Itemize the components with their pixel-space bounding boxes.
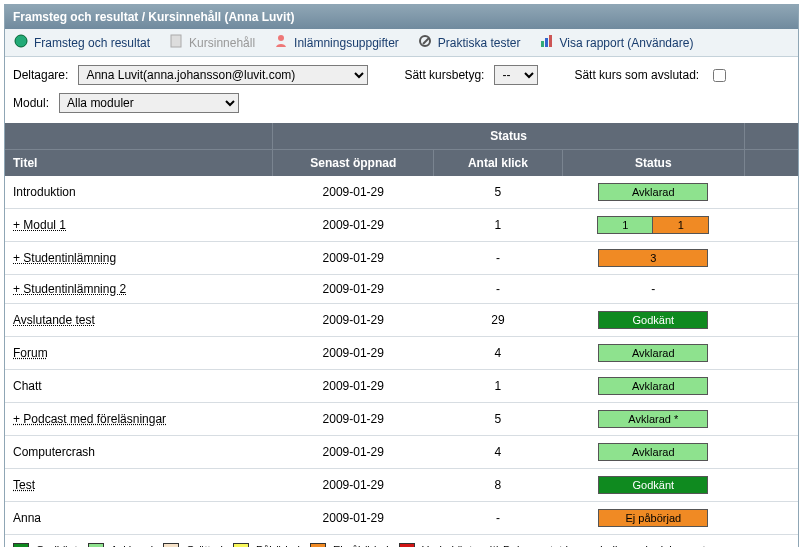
status-badge: Avklarad	[598, 183, 708, 201]
row-title: Computercrash	[13, 445, 95, 459]
table-row: + Podcast med föreläsningar2009-01-295Av…	[5, 403, 798, 436]
toolbar-progress[interactable]: Framsteg och resultat	[13, 33, 150, 52]
row-status-cell: 3	[562, 242, 744, 275]
row-clicks: 4	[434, 337, 563, 370]
svg-point-2	[278, 35, 284, 41]
svg-rect-6	[549, 35, 552, 47]
table-row: Chatt2009-01-291Avklarad	[5, 370, 798, 403]
participant-select[interactable]: Anna Luvit(anna.johansson@luvit.com)	[78, 65, 368, 85]
module-label: Modul:	[13, 96, 49, 110]
filter-row-2: Modul: Alla moduler	[5, 93, 798, 121]
toolbar-submissions-icon	[273, 33, 289, 52]
row-status-cell: Avklarad *	[562, 403, 744, 436]
col-header-blank	[5, 123, 273, 150]
row-opened: 2009-01-29	[273, 370, 434, 403]
legend-item: Underkänt	[399, 543, 473, 547]
table-row: + Studentinlämning2009-01-29-3	[5, 242, 798, 275]
toolbar-progress-label: Framsteg och resultat	[34, 36, 150, 50]
table-row: Anna2009-01-29-Ej påbörjad	[5, 502, 798, 535]
row-status-cell: Godkänt	[562, 469, 744, 502]
row-title[interactable]: Forum	[13, 346, 48, 360]
toolbar-tests[interactable]: Praktiska tester	[417, 33, 521, 52]
panel-title: Framsteg och resultat / Kursinnehåll (An…	[5, 5, 798, 29]
row-opened: 2009-01-29	[273, 469, 434, 502]
row-title[interactable]: + Modul 1	[13, 218, 66, 232]
legend-swatch	[310, 543, 326, 547]
col-header-clicks: Antal klick	[434, 150, 563, 177]
filter-row-1: Deltagare: Anna Luvit(anna.johansson@luv…	[5, 57, 798, 93]
toolbar-content: Kursinnehåll	[168, 33, 255, 52]
status-badge: Avklarad *	[598, 410, 708, 428]
svg-rect-1	[171, 35, 181, 47]
status-badge: Avklarad	[598, 377, 708, 395]
row-opened: 2009-01-29	[273, 502, 434, 535]
row-opened: 2009-01-29	[273, 304, 434, 337]
module-select[interactable]: Alla moduler	[59, 93, 239, 113]
grade-select[interactable]: --	[494, 65, 538, 85]
legend-swatch	[13, 543, 29, 547]
row-title[interactable]: Avslutande test	[13, 313, 95, 327]
row-title[interactable]: + Studentinlämning 2	[13, 282, 126, 296]
status-badge: Avklarad	[598, 443, 708, 461]
row-title[interactable]: + Podcast med föreläsningar	[13, 412, 166, 426]
row-clicks: 5	[434, 403, 563, 436]
toolbar-submissions-label: Inlämningsuppgifter	[294, 36, 399, 50]
row-clicks: 1	[434, 370, 563, 403]
status-split: 11	[597, 216, 709, 234]
row-opened: 2009-01-29	[273, 176, 434, 209]
toolbar-tests-icon	[417, 33, 433, 52]
row-status-cell: Ej påbörjad	[562, 502, 744, 535]
toolbar-report[interactable]: Visa rapport (Användare)	[539, 33, 694, 52]
row-clicks: 29	[434, 304, 563, 337]
table-row: + Studentinlämning 22009-01-29--	[5, 275, 798, 304]
row-opened: 2009-01-29	[273, 436, 434, 469]
col-header-status: Status	[562, 150, 744, 177]
row-status-cell: Godkänt	[562, 304, 744, 337]
row-title[interactable]: Test	[13, 478, 35, 492]
toolbar: Framsteg och resultatKursinnehållInlämni…	[5, 29, 798, 57]
row-status-cell: Avklarad	[562, 436, 744, 469]
table-row: + Modul 12009-01-29111	[5, 209, 798, 242]
row-clicks: 1	[434, 209, 563, 242]
row-status-cell: Avklarad	[562, 176, 744, 209]
row-title[interactable]: + Studentinlämning	[13, 251, 116, 265]
legend: GodkäntAvklaradOrättadPåbörjadEj påbörja…	[5, 535, 798, 547]
toolbar-tests-label: Praktiska tester	[438, 36, 521, 50]
results-table: Status Titel Senast öppnad Antal klick S…	[5, 123, 798, 535]
legend-item: Ej påbörjad	[310, 543, 389, 547]
row-clicks: -	[434, 242, 563, 275]
completed-label: Sätt kurs som avslutad:	[574, 68, 699, 82]
legend-item: Avklarad	[88, 543, 154, 547]
legend-item: Påbörjad	[233, 543, 300, 547]
toolbar-report-icon	[539, 33, 555, 52]
table-row: Computercrash2009-01-294Avklarad	[5, 436, 798, 469]
row-clicks: 5	[434, 176, 563, 209]
status-badge: Ej påbörjad	[598, 509, 708, 527]
table-row: Avslutande test2009-01-2929Godkänt	[5, 304, 798, 337]
row-opened: 2009-01-29	[273, 242, 434, 275]
row-clicks: -	[434, 502, 563, 535]
completed-checkbox[interactable]	[713, 69, 726, 82]
status-badge: Avklarad	[598, 344, 708, 362]
toolbar-submissions[interactable]: Inlämningsuppgifter	[273, 33, 399, 52]
table-row: Forum2009-01-294Avklarad	[5, 337, 798, 370]
legend-item: Orättad	[163, 543, 223, 547]
status-badge: Godkänt	[598, 311, 708, 329]
row-clicks: -	[434, 275, 563, 304]
grade-label: Sätt kursbetyg:	[404, 68, 484, 82]
row-opened: 2009-01-29	[273, 337, 434, 370]
row-opened: 2009-01-29	[273, 209, 434, 242]
svg-point-0	[15, 35, 27, 47]
legend-item: Godkänt	[13, 543, 78, 547]
row-title: Chatt	[13, 379, 42, 393]
status-badge: Godkänt	[598, 476, 708, 494]
participant-label: Deltagare:	[13, 68, 68, 82]
legend-swatch	[399, 543, 415, 547]
legend-swatch	[88, 543, 104, 547]
row-status-cell: Avklarad	[562, 370, 744, 403]
col-header-title: Titel	[5, 150, 273, 177]
table-row: Test2009-01-298Godkänt	[5, 469, 798, 502]
super-header-status: Status	[273, 123, 745, 150]
row-status-cell: -	[562, 275, 744, 304]
legend-swatch	[233, 543, 249, 547]
